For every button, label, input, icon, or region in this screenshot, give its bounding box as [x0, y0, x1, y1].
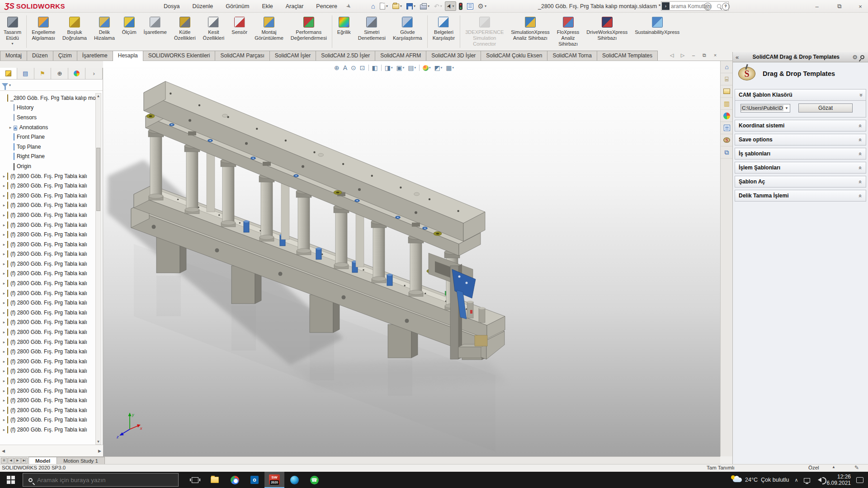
tree-part-row[interactable]: ▸(f) 2800 Göb. Fış. Prg Tabla kalı [0, 249, 95, 259]
caret-down-icon[interactable]: ▾ [403, 66, 405, 70]
tree-part-row[interactable]: ▸(f) 2800 Göb. Fış. Prg Tabla kalı [0, 230, 95, 239]
expand-icon[interactable]: ▸ [1, 369, 7, 373]
taskpane-file-explorer-button[interactable] [721, 85, 733, 98]
restore-button[interactable]: ⧉ [832, 0, 847, 13]
volume-icon[interactable] [816, 478, 821, 482]
menu-dosya[interactable]: Dosya [157, 1, 186, 12]
tab-solidcam-torna[interactable]: SolidCAM Torna [547, 51, 597, 61]
collapse-panel-icon[interactable]: « [736, 54, 739, 61]
tree-part-row[interactable]: ▸(f) 2800 Göb. Fış. Prg Tabla kalı [0, 191, 95, 201]
tab-model[interactable]: Model [28, 457, 57, 464]
chevron-up-icon[interactable]: « [857, 166, 864, 169]
expand-icon[interactable]: ▸ [1, 330, 7, 334]
tree-item-sensors[interactable]: Sensors [0, 113, 95, 122]
section-koordinat-sistemi[interactable]: Koordinat sistemi« [735, 120, 866, 131]
taskpane-view-palette-button[interactable]: ▥ [721, 98, 733, 110]
ribbon-bo-luk-do-rulama-button[interactable]: BoşlukDoğrulama [59, 14, 90, 51]
zoom-selected-button[interactable]: ⊡ [359, 64, 367, 71]
tree-part-row[interactable]: ▸(f) 2800 Göb. Fış. Prg Tabla kalı [0, 308, 95, 318]
tab-solidcam-3d-i-ler[interactable]: SolidCAM 3D İşler [426, 51, 481, 61]
tab-solidcam-templates[interactable]: SolidCAM Templates [597, 51, 658, 61]
browse-button[interactable]: Gözat [798, 103, 853, 113]
caret-down-icon[interactable]: ▾ [485, 4, 486, 8]
expand-icon[interactable]: ▸ [1, 310, 7, 315]
tree-item-right-plane[interactable]: Right Plane [0, 152, 95, 162]
expand-icon[interactable]: ▸ [1, 242, 7, 247]
minimize-button[interactable]: – [809, 0, 825, 13]
new-document-button[interactable]: ▾ [378, 1, 390, 11]
ribbon-i-aretleme-button[interactable]: İşaretleme [140, 14, 170, 51]
section-ablon-a[interactable]: Şablon Aç« [735, 176, 866, 188]
expand-icon[interactable]: ▸ [1, 418, 7, 422]
save-button[interactable]: ▾ [405, 2, 417, 11]
taskbar-edge-button[interactable] [284, 472, 304, 488]
taskbar-solidworks-button[interactable]: SW2020 [264, 472, 284, 488]
tab-hesapla[interactable]: Hesapla [113, 51, 143, 61]
caret-down-icon[interactable]: ▾ [428, 4, 429, 8]
expand-icon[interactable]: ▸ [1, 379, 7, 383]
expand-icon[interactable]: ▸ [1, 359, 7, 364]
hidden-icons-button[interactable]: ∧ [795, 477, 798, 483]
display-style-button[interactable]: ◨▾ [383, 64, 394, 71]
tree-item-top-plane[interactable]: Top Plane [0, 142, 95, 152]
zoom-fit-button[interactable]: ⊕ [333, 64, 341, 71]
expand-icon[interactable]: ▸ [1, 232, 7, 237]
tree-part-row[interactable]: ▸(f) 2800 Göb. Fış. Prg Tabla kalı [0, 298, 95, 308]
taskpane-solidcam-button[interactable]: S [721, 134, 733, 146]
ribbon-simulationxpress-analiz-sihirbaz-button[interactable]: SimulationXpressAnaliz Sihirbazı [507, 14, 553, 51]
undo-button[interactable]: ↶▾ [432, 1, 444, 11]
chevron-up-icon[interactable]: « [857, 124, 864, 127]
caret-down-icon[interactable]: ▾ [415, 66, 416, 70]
panel-tab-configurationmanager[interactable]: ⚑ [34, 68, 52, 79]
rebuild-button[interactable] [457, 1, 464, 11]
ribbon-l-m-button[interactable]: Ölçüm [118, 14, 140, 51]
options-list-button[interactable] [465, 2, 475, 11]
account-button[interactable]: ◯ [700, 0, 715, 13]
help-button[interactable]: ? [718, 0, 733, 13]
ribbon-driveworksxpress-sihirbaz-button[interactable]: DriveWorksXpressSihirbazı [583, 14, 631, 51]
tab-solidcam-2-5d-i-ler[interactable]: SolidCAM 2.5D İşler [316, 51, 375, 61]
panel-tab-displaymanager[interactable] [68, 68, 85, 79]
select-button[interactable]: ➤▾ [445, 1, 456, 11]
taskbar-search-input[interactable] [37, 477, 178, 483]
graphics-viewport[interactable]: y x z ⊕A⊙⊡◧◨▾▣▾▤▾▾◩▾▦▾ [103, 61, 720, 456]
ribbon-delik-hizalama-button[interactable]: DelikHizalama [90, 14, 118, 51]
chevron-up-icon[interactable]: « [857, 194, 864, 197]
zoom-area-button[interactable]: ⊙ [349, 64, 358, 71]
scroll-down-icon[interactable]: ▼ [96, 440, 101, 444]
menu-g-r-n-m[interactable]: Görünüm [219, 1, 255, 12]
tree-part-row[interactable]: ▸(f) 2800 Göb. Fış. Prg Tabla kalı [0, 259, 95, 269]
camera-button[interactable]: ▦▾ [444, 64, 455, 71]
annotation-views-button[interactable]: A [342, 64, 349, 71]
scrollbar-thumb[interactable] [96, 148, 100, 211]
expand-icon[interactable]: ▸ [1, 203, 7, 207]
print-button[interactable]: ▾ [418, 2, 431, 11]
ribbon-kesit-zellikleri-button[interactable]: KesitÖzellikleri [199, 14, 228, 51]
tab-solidcam-afrm[interactable]: SolidCAM AFRM [375, 51, 426, 61]
menu-ekle[interactable]: Ekle [255, 1, 279, 12]
view-orientation-button[interactable]: ▤▾ [406, 64, 417, 71]
caret-down-icon[interactable]: ▾ [429, 66, 431, 70]
section-view-button[interactable]: ◧ [371, 64, 379, 71]
expand-icon[interactable]: ▸ [1, 183, 7, 188]
tab-i-aretleme[interactable]: İşaretleme [77, 51, 113, 61]
gear-icon[interactable]: ⚙ [852, 54, 858, 61]
expand-icon[interactable]: ▸ [1, 223, 7, 227]
tab-d-zen[interactable]: Düzen [27, 51, 53, 61]
expand-icon[interactable]: ▸ [1, 281, 7, 286]
ribbon-tasar-m-et-d-button[interactable]: TasarımEtüdü▾ [0, 14, 25, 51]
caret-down-icon[interactable]: ▾ [414, 4, 415, 8]
section-i-ablonlar[interactable]: İş şablonları« [735, 148, 866, 160]
tree-part-row[interactable]: ▸(f) 2800 Göb. Fış. Prg Tabla kalı [0, 269, 95, 279]
tree-part-row[interactable]: ▸(f) 2800 Göb. Fış. Prg Tabla kalı [0, 347, 95, 357]
chevron-up-icon[interactable]: « [857, 138, 864, 141]
section-i-lem-ablonlar[interactable]: İşlem Şablonları« [735, 162, 866, 174]
panel-tab-featuremanager[interactable] [0, 68, 17, 79]
tab-solidcam-i-ler[interactable]: SolidCAM İşler [269, 51, 316, 61]
ribbon-sustainabilityxpress-button[interactable]: SustainabilityXpress [631, 14, 683, 51]
caret-down-icon[interactable]: ▾ [386, 4, 388, 8]
scroll-right-icon[interactable]: ▶ [98, 449, 101, 453]
chevron-up-icon[interactable]: « [857, 180, 864, 183]
tab-izim[interactable]: Çizim [53, 51, 77, 61]
tree-part-row[interactable]: ▸(f) 2800 Göb. Fış. Prg Tabla kalı [0, 395, 95, 405]
